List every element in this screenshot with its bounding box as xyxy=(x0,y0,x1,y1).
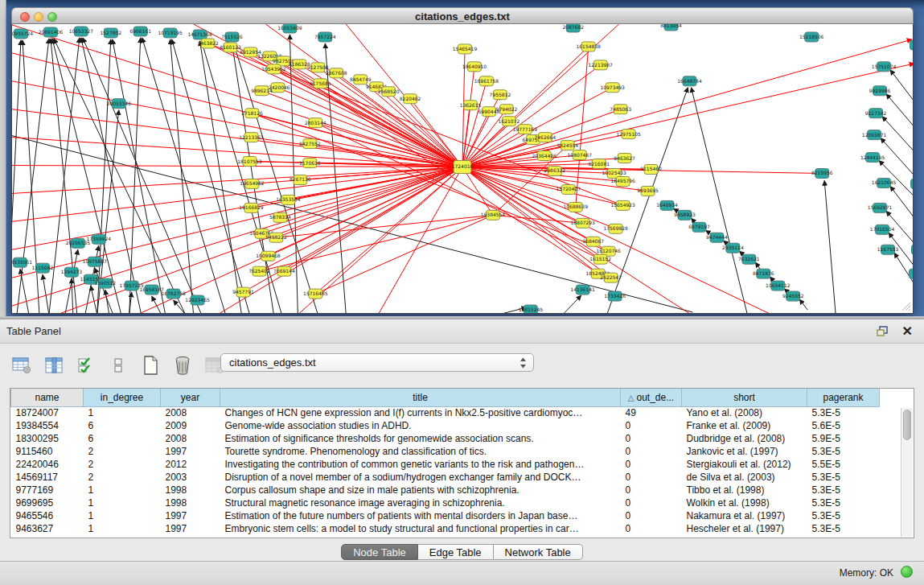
citation-edge-black[interactable] xyxy=(890,70,913,113)
citation-edge-black[interactable] xyxy=(81,38,142,313)
memory-ok-indicator[interactable] xyxy=(901,566,913,578)
table-cell[interactable]: 1998 xyxy=(161,484,220,496)
table-cell[interactable]: 9699695 xyxy=(11,496,84,509)
unselect-all-icon[interactable] xyxy=(108,355,129,376)
table-cell[interactable]: 5.5E-5 xyxy=(807,458,880,471)
table-cell[interactable]: 0 xyxy=(621,496,682,509)
table-cell[interactable]: Investigating the contribution of common… xyxy=(220,458,621,471)
table-row[interactable]: 977716911998Corpus callosum shape and si… xyxy=(11,484,880,496)
citation-edge-red[interactable] xyxy=(12,167,462,222)
table-cell[interactable]: Changes of HCN gene expression and I(f) … xyxy=(220,406,621,419)
select-all-icon[interactable] xyxy=(76,355,97,376)
citation-edge-black[interactable] xyxy=(886,94,913,138)
table-cell[interactable]: 2003 xyxy=(161,471,220,484)
table-cell[interactable]: 6 xyxy=(84,419,161,432)
table-cell[interactable]: 0 xyxy=(621,458,682,471)
delete-rows-trash-icon[interactable] xyxy=(172,355,193,376)
table-cell[interactable]: 1 xyxy=(84,496,161,509)
citation-edge-black[interactable] xyxy=(691,88,747,313)
table-cell[interactable]: 0 xyxy=(621,484,682,496)
network-canvas-area[interactable]: 1095572420891406106533271527802696616110… xyxy=(11,24,914,314)
table-cell[interactable]: 2 xyxy=(84,445,161,458)
table-cell[interactable]: 0 xyxy=(621,432,682,445)
table-cell[interactable]: 5.3E-5 xyxy=(807,471,880,484)
citation-edge-red[interactable] xyxy=(12,167,462,278)
table-cell[interactable]: 6 xyxy=(84,432,161,445)
table-row[interactable]: 2242004622012Investigating the contribut… xyxy=(11,458,880,471)
table-cell[interactable]: Yano et al. (2008) xyxy=(682,406,807,419)
new-document-icon[interactable] xyxy=(140,355,161,376)
table-cell[interactable]: Hescheler et al. (1997) xyxy=(682,522,807,535)
table-cell[interactable]: Franke et al. (2009) xyxy=(682,419,807,432)
table-row[interactable]: 946362711997Embryonic stem cells: a mode… xyxy=(11,522,880,535)
column-header-title[interactable]: title xyxy=(220,389,621,406)
citation-edge-black[interactable] xyxy=(882,117,913,162)
table-cell[interactable]: 18724007 xyxy=(11,406,84,419)
citation-edge-black[interactable] xyxy=(563,295,581,313)
table-cell[interactable]: Tibbo et al. (1998) xyxy=(682,484,807,496)
table-row[interactable]: 1830029562008Estimation of significance … xyxy=(11,432,880,445)
table-cell[interactable]: Disruption of a novel member of a sodium… xyxy=(220,471,621,484)
citation-edge-red[interactable] xyxy=(493,215,583,223)
citation-edge-black[interactable] xyxy=(97,39,111,313)
table-row[interactable]: 946554611997Estimation of the future num… xyxy=(11,509,880,522)
table-cell[interactable]: 1 xyxy=(84,509,161,522)
table-cell[interactable]: 1 xyxy=(84,484,161,496)
citation-edge-black[interactable] xyxy=(105,290,109,313)
table-source-select[interactable]: citations_edges.txt xyxy=(220,353,534,372)
graph-node-teal[interactable] xyxy=(912,245,913,254)
citation-edge-red[interactable] xyxy=(318,68,462,167)
table-cell[interactable]: Jankovic et al. (1997) xyxy=(682,445,807,458)
column-header-year[interactable]: year xyxy=(161,389,220,406)
close-panel-icon[interactable]: ✕ xyxy=(902,323,913,339)
tab-network-table[interactable]: Network Table xyxy=(494,544,583,560)
table-cell[interactable]: 2008 xyxy=(161,432,220,445)
table-cell[interactable]: 1997 xyxy=(161,522,220,535)
table-cell[interactable]: 0 xyxy=(621,509,682,522)
citation-edge-red[interactable] xyxy=(12,53,462,167)
table-cell[interactable]: 5.6E-5 xyxy=(807,419,880,432)
table-cell[interactable]: 1 xyxy=(84,522,161,535)
table-cell[interactable]: 2 xyxy=(84,458,161,471)
table-cell[interactable]: Stergiakouli et al. (2012) xyxy=(682,458,807,471)
table-cell[interactable]: 0 xyxy=(621,445,682,458)
table-cell[interactable]: 1998 xyxy=(161,496,220,509)
citation-edge-black[interactable] xyxy=(890,186,913,229)
citation-edge-red[interactable] xyxy=(12,167,462,250)
table-cell[interactable]: 1997 xyxy=(161,445,220,458)
table-cell[interactable]: Dudbridge et al. (2008) xyxy=(682,432,807,445)
table-cell[interactable]: 5.9E-5 xyxy=(807,432,880,445)
citation-edge-red[interactable] xyxy=(315,215,493,294)
table-cell[interactable]: 5.3E-5 xyxy=(807,445,880,458)
graph-node-teal[interactable] xyxy=(910,269,913,278)
table-cell[interactable]: 18300295 xyxy=(11,432,84,445)
citation-edge-red[interactable] xyxy=(208,43,462,167)
column-header-in_degree[interactable]: in_degree xyxy=(84,389,161,406)
table-cell[interactable]: 1 xyxy=(84,406,161,419)
column-header-short[interactable]: short xyxy=(682,389,807,406)
table-cell[interactable]: 5.3E-5 xyxy=(807,496,880,509)
column-header-out_de[interactable]: △out_de... xyxy=(621,389,682,406)
table-row[interactable]: 1872400712008Changes of HCN gene express… xyxy=(11,406,880,419)
table-cell[interactable]: Wolkin et al. (1998) xyxy=(682,496,807,509)
table-row[interactable]: 1456911722003Disruption of a novel membe… xyxy=(11,471,880,484)
column-header-pagerank[interactable]: pagerank xyxy=(807,389,880,406)
table-cell[interactable]: Estimation of the future numbers of pati… xyxy=(220,509,621,522)
table-cell[interactable]: Structural magnetic resonance image aver… xyxy=(220,496,621,509)
table-cell[interactable]: 1997 xyxy=(161,509,220,522)
citation-edge-black[interactable] xyxy=(91,286,97,313)
table-scrollbar[interactable] xyxy=(901,408,913,537)
citation-edge-black[interactable] xyxy=(799,299,807,310)
table-cell[interactable]: Corpus callosum shape and size in male p… xyxy=(220,484,621,496)
citation-edge-black[interactable] xyxy=(824,180,836,313)
table-cell[interactable]: 9465546 xyxy=(11,509,84,522)
table-cell[interactable]: 2 xyxy=(84,471,161,484)
table-cell[interactable]: Tourette syndrome. Phenomenology and cla… xyxy=(220,445,621,458)
table-cell[interactable]: 22420046 xyxy=(11,458,84,471)
citation-edge-black[interactable] xyxy=(72,278,73,313)
table-cell[interactable]: 2012 xyxy=(161,458,220,471)
resize-grip[interactable] xyxy=(900,300,911,311)
table-cell[interactable]: 2009 xyxy=(161,419,220,432)
table-row[interactable]: 1938455462009Genome-wide association stu… xyxy=(11,419,880,432)
table-cell[interactable]: 9463627 xyxy=(11,522,84,535)
